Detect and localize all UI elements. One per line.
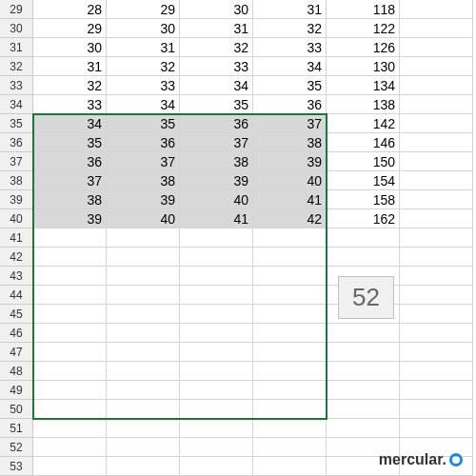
cell[interactable]: 32 xyxy=(33,76,107,95)
row-header[interactable]: 41 xyxy=(0,228,33,248)
cell[interactable]: 32 xyxy=(107,57,180,76)
cell[interactable] xyxy=(253,457,327,476)
row-header[interactable]: 50 xyxy=(0,400,33,419)
cell[interactable]: 154 xyxy=(327,171,400,190)
cell[interactable]: 31 xyxy=(107,38,180,57)
row-header[interactable]: 34 xyxy=(0,95,33,114)
cell[interactable]: 30 xyxy=(33,38,107,57)
cell[interactable] xyxy=(400,305,473,324)
cell[interactable]: 40 xyxy=(180,190,253,209)
cell[interactable]: 162 xyxy=(327,209,400,228)
cell[interactable] xyxy=(253,419,327,438)
cell[interactable] xyxy=(33,324,107,343)
cell[interactable]: 36 xyxy=(180,114,253,133)
row-header[interactable]: 37 xyxy=(0,152,33,171)
cell[interactable] xyxy=(33,438,107,457)
cell[interactable]: 38 xyxy=(107,171,180,190)
cell[interactable]: 33 xyxy=(107,76,180,95)
cell[interactable] xyxy=(33,381,107,400)
cell[interactable] xyxy=(253,305,327,324)
row-header[interactable]: 52 xyxy=(0,438,33,457)
row-header[interactable]: 45 xyxy=(0,305,33,324)
row-header[interactable]: 44 xyxy=(0,286,33,305)
cell[interactable]: 37 xyxy=(180,133,253,152)
cell[interactable] xyxy=(400,362,473,381)
cell[interactable] xyxy=(33,419,107,438)
cell[interactable] xyxy=(327,343,400,362)
cell[interactable] xyxy=(253,286,327,305)
cell[interactable] xyxy=(400,286,473,305)
cell[interactable] xyxy=(400,114,473,133)
cell[interactable]: 118 xyxy=(327,0,400,19)
cell[interactable] xyxy=(400,267,473,286)
row-header[interactable]: 42 xyxy=(0,248,33,267)
cell[interactable] xyxy=(253,400,327,419)
cell[interactable] xyxy=(180,228,253,248)
cell[interactable]: 29 xyxy=(107,0,180,19)
cell[interactable] xyxy=(33,305,107,324)
cell[interactable] xyxy=(33,343,107,362)
cell[interactable]: 31 xyxy=(33,57,107,76)
cell[interactable]: 40 xyxy=(107,209,180,228)
cell[interactable]: 29 xyxy=(33,19,107,38)
cell[interactable]: 35 xyxy=(107,114,180,133)
cell[interactable]: 130 xyxy=(327,57,400,76)
cell[interactable] xyxy=(253,267,327,286)
cell[interactable] xyxy=(327,419,400,438)
cell[interactable] xyxy=(107,324,180,343)
cell[interactable] xyxy=(400,57,473,76)
cell[interactable]: 32 xyxy=(180,38,253,57)
cell[interactable] xyxy=(107,362,180,381)
row-header[interactable]: 51 xyxy=(0,419,33,438)
row-header[interactable]: 32 xyxy=(0,57,33,76)
cell[interactable]: 40 xyxy=(253,171,327,190)
cell[interactable] xyxy=(107,438,180,457)
row-header[interactable]: 36 xyxy=(0,133,33,152)
cell[interactable] xyxy=(253,228,327,248)
cell[interactable]: 33 xyxy=(33,95,107,114)
cell[interactable] xyxy=(107,248,180,267)
cell[interactable]: 41 xyxy=(180,209,253,228)
cell[interactable]: 142 xyxy=(327,114,400,133)
cell[interactable]: 39 xyxy=(107,190,180,209)
cell[interactable] xyxy=(107,419,180,438)
row-header[interactable]: 48 xyxy=(0,362,33,381)
row-header[interactable]: 38 xyxy=(0,171,33,190)
cell[interactable] xyxy=(253,362,327,381)
cell[interactable]: 42 xyxy=(253,209,327,228)
cell[interactable] xyxy=(180,267,253,286)
cell[interactable]: 37 xyxy=(33,171,107,190)
cell[interactable] xyxy=(327,362,400,381)
cell[interactable] xyxy=(400,343,473,362)
cell[interactable] xyxy=(180,381,253,400)
cell[interactable] xyxy=(400,133,473,152)
cell[interactable] xyxy=(327,248,400,267)
cell[interactable] xyxy=(400,381,473,400)
row-header[interactable]: 40 xyxy=(0,209,33,228)
row-header[interactable]: 39 xyxy=(0,190,33,209)
cell[interactable] xyxy=(33,400,107,419)
cell[interactable]: 150 xyxy=(327,152,400,171)
row-header[interactable]: 49 xyxy=(0,381,33,400)
cell[interactable]: 39 xyxy=(180,171,253,190)
cell[interactable] xyxy=(180,324,253,343)
row-header[interactable]: 43 xyxy=(0,267,33,286)
cell[interactable]: 37 xyxy=(253,114,327,133)
row-header[interactable]: 33 xyxy=(0,76,33,95)
cell[interactable]: 30 xyxy=(180,0,253,19)
cell[interactable] xyxy=(400,400,473,419)
cell[interactable]: 35 xyxy=(33,133,107,152)
spreadsheet-grid[interactable]: 2928293031118302930313212231303132331263… xyxy=(0,0,476,476)
cell[interactable]: 31 xyxy=(180,19,253,38)
cell[interactable]: 33 xyxy=(253,38,327,57)
cell[interactable] xyxy=(400,152,473,171)
cell[interactable] xyxy=(400,38,473,57)
cell[interactable] xyxy=(253,343,327,362)
cell[interactable]: 32 xyxy=(253,19,327,38)
cell[interactable] xyxy=(180,400,253,419)
cell[interactable] xyxy=(180,362,253,381)
cell[interactable]: 33 xyxy=(180,57,253,76)
cell[interactable]: 36 xyxy=(107,133,180,152)
cell[interactable] xyxy=(180,438,253,457)
cell[interactable] xyxy=(107,457,180,476)
